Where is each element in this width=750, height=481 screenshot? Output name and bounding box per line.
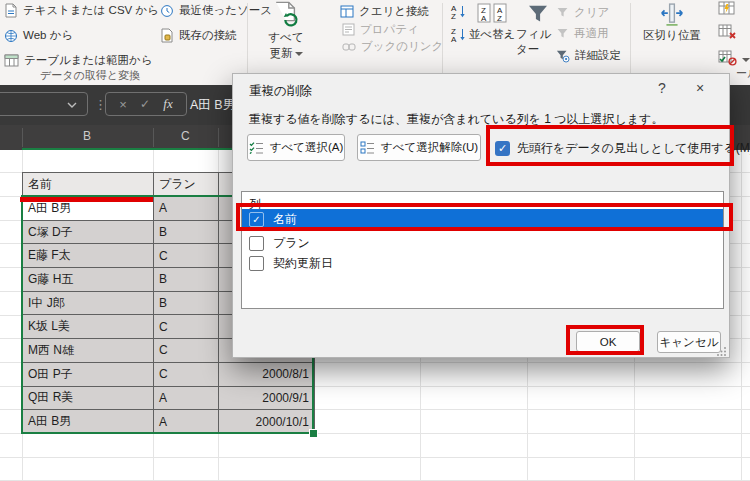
from-text-csv-button[interactable]: テキストまたは CSV から [4, 3, 159, 18]
checkbox-unchecked-icon[interactable] [249, 256, 264, 271]
filter-funnel-icon [526, 2, 550, 26]
table-range-icon [4, 54, 19, 67]
dialog-help-button[interactable]: ? [651, 80, 673, 96]
svg-text:A: A [481, 14, 487, 23]
workbook-links-icon [342, 41, 356, 53]
cell-plan[interactable]: C [154, 363, 219, 387]
cell-date[interactable]: 2000/8/1 [219, 363, 315, 387]
cancel-button[interactable]: キャンセル [657, 331, 721, 353]
cell-plan-header[interactable]: プラン [154, 173, 219, 197]
from-table-range-button[interactable]: テーブルまたは範囲から [4, 53, 153, 68]
cell-name[interactable]: Q田 R美 [23, 387, 154, 411]
cell-name-header[interactable]: 名前 [23, 173, 154, 197]
cell-plan[interactable]: C [154, 244, 219, 268]
refresh-all-button[interactable]: すべて 更新 [255, 1, 317, 61]
globe-icon [4, 29, 18, 43]
text-to-columns-label: 区切り位置 [643, 28, 701, 43]
queries-connections-button[interactable]: クエリと接続 [340, 4, 429, 19]
checkbox-unchecked-icon[interactable] [249, 236, 264, 251]
sort-descending-button[interactable]: ZA [450, 26, 467, 43]
cell-name[interactable]: A田 B男 [23, 410, 154, 434]
dialog-resize-grip[interactable] [717, 346, 727, 356]
cell-plan[interactable]: B [154, 292, 219, 316]
advanced-filter-button[interactable]: 詳細設定 [556, 48, 621, 63]
cell-name[interactable]: C塚 D子 [23, 221, 154, 245]
from-web-button[interactable]: Web から [4, 28, 73, 43]
filter-button[interactable]: フィルター [516, 2, 560, 57]
insert-function-icon[interactable]: fx [163, 96, 172, 112]
cell-plan[interactable]: C [154, 339, 219, 363]
enter-icon[interactable]: ✓ [140, 97, 150, 111]
cell-plan[interactable]: B [154, 221, 219, 245]
unselect-all-button[interactable]: すべて選択解除(U) [357, 134, 481, 161]
existing-connections-icon [160, 28, 174, 43]
cell-plan[interactable]: A [154, 387, 219, 411]
excel-window: テキストまたは CSV から 最近使ったソース Web から 既存の接続 テーブ… [0, 0, 750, 481]
sort-button[interactable]: ZAAZ 並べ替え [466, 2, 518, 42]
cell-plan[interactable]: A [154, 410, 219, 434]
cell-name[interactable]: K坂 L美 [23, 315, 154, 339]
table-row: A田 B男 A 2000/10/1 [23, 410, 315, 434]
clear-filter-label: クリア [574, 5, 609, 20]
name-box[interactable] [0, 92, 88, 116]
text-csv-icon [4, 3, 18, 18]
cell-name[interactable]: E藤 F太 [23, 244, 154, 268]
name-box-chevron-icon[interactable] [67, 102, 77, 108]
group-label-get-transform: データの取得と変換 [40, 68, 140, 83]
data-validation-caret-icon[interactable] [742, 58, 750, 62]
dialog-close-button[interactable]: × [689, 80, 711, 96]
flash-fill-icon [718, 1, 736, 16]
column-option-renewal-date[interactable]: 契約更新日 [242, 253, 723, 274]
check-icon[interactable]: ✓ [249, 212, 264, 227]
table-row: O田 P子 C 2000/8/1 [23, 363, 315, 387]
svg-text:A: A [451, 35, 457, 43]
unselect-all-icon [360, 141, 375, 154]
refresh-all-icon [272, 1, 300, 29]
columns-listbox: 列 ✓ 名前 プラン 契約更新日 [241, 191, 724, 309]
cell-name[interactable]: M西 N雄 [23, 339, 154, 363]
cell-name[interactable]: O田 P子 [23, 363, 154, 387]
column-header-c[interactable]: C [181, 129, 190, 143]
remove-duplicates-dialog: 重複の削除 ? × 重複する値を削除するには、重複が含まれている列を 1 つ以上… [232, 73, 730, 358]
text-to-columns-icon [659, 2, 685, 27]
remove-duplicates-button[interactable] [718, 24, 737, 40]
my-data-has-headers-checkbox[interactable]: ✓ 先頭行をデータの見出しとして使用する(M) [495, 140, 750, 157]
column-option-name[interactable]: ✓ 名前 [242, 209, 723, 230]
cell-plan[interactable]: B [154, 268, 219, 292]
text-to-columns-button[interactable]: 区切り位置 [640, 2, 704, 43]
advanced-filter-icon [556, 49, 570, 63]
cell-name[interactable]: I中 J郎 [23, 292, 154, 316]
formula-bar-value[interactable]: A田 B男 [190, 97, 235, 114]
cell-date[interactable]: 2000/10/1 [219, 410, 315, 434]
annotation-underline-name-header [20, 197, 153, 202]
my-data-has-headers-label: 先頭行をデータの見出しとして使用する(M) [517, 140, 750, 157]
cancel-icon[interactable]: × [119, 97, 127, 112]
table-row: Q田 R美 A 2000/9/1 [23, 387, 315, 411]
group-separator [442, 3, 443, 79]
ok-button[interactable]: OK [576, 331, 640, 352]
data-validation-button[interactable] [718, 50, 737, 66]
sort-az-icon: AZ [450, 3, 467, 20]
clear-filter-icon [556, 6, 569, 19]
formula-controls: × ✓ fx [105, 92, 187, 116]
queries-connections-icon [340, 5, 354, 18]
fill-handle[interactable] [309, 429, 318, 438]
group-label-data-tools-tail: ール [736, 66, 750, 81]
cell-date[interactable]: 2000/9/1 [219, 387, 315, 411]
cell-name[interactable]: G藤 H五 [23, 268, 154, 292]
column-option-label: 契約更新日 [273, 255, 333, 272]
checkbox-checked-icon[interactable]: ✓ [495, 141, 510, 156]
cell-plan[interactable]: C [154, 315, 219, 339]
sort-dialog-icon: ZAAZ [476, 2, 508, 26]
cell-plan[interactable]: A [154, 197, 219, 221]
unselect-all-label: すべて選択解除(U) [381, 140, 478, 155]
column-header-b[interactable]: B [83, 129, 91, 143]
refresh-all-caret-icon [295, 52, 303, 56]
select-all-label: すべて選択(A) [270, 140, 344, 155]
sort-ascending-button[interactable]: AZ [450, 3, 467, 20]
from-table-range-label: テーブルまたは範囲から [24, 53, 153, 68]
column-option-plan[interactable]: プラン [242, 233, 723, 254]
flash-fill-button[interactable] [718, 1, 736, 16]
existing-connections-button[interactable]: 既存の接続 [160, 28, 237, 43]
select-all-button[interactable]: すべて選択(A) [247, 134, 345, 161]
